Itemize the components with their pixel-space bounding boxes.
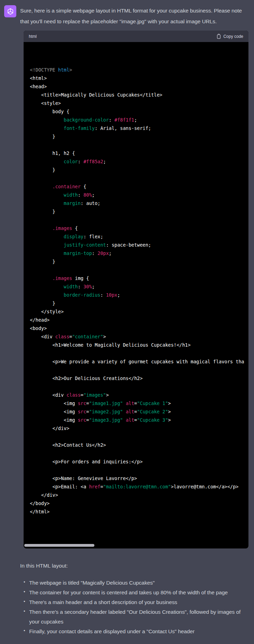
assistant-message: Sure, here is a simple webpage layout in…: [0, 0, 254, 644]
layout-note-item: Finally, your contact details are displa…: [23, 627, 245, 636]
layout-note-item: Then there's a secondary header labeled …: [23, 607, 245, 627]
code-line: <p>We provide a variety of gourmet cupca…: [30, 357, 248, 366]
intro-paragraph: Sure, here is a simple webpage layout in…: [20, 5, 248, 27]
code-line: font-family: Arial, sans-serif;: [30, 124, 248, 132]
code-line: .images {: [30, 224, 248, 232]
code-line: </body>: [30, 499, 248, 507]
code-line: .container {: [30, 182, 248, 191]
code-line: [30, 174, 248, 182]
code-line: background-color: #f8f1f1;: [30, 116, 248, 124]
code-line: [30, 382, 248, 391]
code-line: <body>: [30, 324, 248, 332]
code-line: color: #ff85a2;: [30, 157, 248, 166]
code-line: justify-content: space-between;: [30, 241, 248, 249]
copy-code-button[interactable]: Copy code: [217, 34, 243, 39]
code-line: h1, h2 {: [30, 149, 248, 157]
code-line: <img src="image3.jpg" alt="Cupcake 3">: [30, 416, 248, 424]
code-line: <style>: [30, 99, 248, 107]
code-line: <p>For orders and inquiries:</p>: [30, 457, 248, 466]
code-line: [30, 449, 248, 457]
code-line: <div class="images">: [30, 391, 248, 399]
layout-notes-heading: In this HTML layout:: [20, 561, 248, 571]
code-line: .images img {: [30, 274, 248, 282]
code-line: width: 30%;: [30, 282, 248, 291]
code-line: margin: auto;: [30, 199, 248, 207]
code-line: <img src="image1.jpg" alt="Cupcake 1">: [30, 399, 248, 407]
code-line: </style>: [30, 307, 248, 316]
code-line: [30, 141, 248, 149]
clipboard-icon: [217, 34, 221, 39]
code-line: <h2>Contact Us</h2>: [30, 441, 248, 449]
code-line: margin-top: 20px;: [30, 249, 248, 257]
code-block: html Copy code <!DOCTYPE html><html><hea…: [24, 31, 248, 548]
code-lines: <!DOCTYPE html><html><head> <title>Magic…: [30, 66, 248, 516]
assistant-avatar: [4, 5, 16, 17]
code-line: body {: [30, 107, 248, 116]
code-line: [30, 466, 248, 474]
scrollbar-thumb[interactable]: [24, 544, 94, 547]
code-line: [30, 366, 248, 374]
code-line: <p>Name: Genevieve Lavorre</p>: [30, 474, 248, 482]
code-line: }: [30, 132, 248, 141]
code-line: [30, 266, 248, 274]
code-line: </head>: [30, 316, 248, 324]
openai-logo-icon: [7, 8, 14, 15]
layout-note-item: There's a main header and a short descri…: [23, 597, 245, 607]
code-line: [30, 432, 248, 441]
code-line: </html>: [30, 507, 248, 516]
code-line: }: [30, 299, 248, 307]
layout-note-item: The container for your content is center…: [23, 588, 245, 597]
layout-note-item: The webpage is titled "Magically Delicio…: [23, 578, 245, 588]
chat-page: { "message": { "intro": "Sure, here is a…: [0, 0, 254, 644]
code-line: <!DOCTYPE html>: [30, 66, 248, 74]
horizontal-scrollbar[interactable]: [24, 544, 248, 547]
code-line: <html>: [30, 74, 248, 82]
code-content[interactable]: <!DOCTYPE html><html><head> <title>Magic…: [24, 42, 248, 548]
code-line: display: flex;: [30, 232, 248, 241]
code-line: border-radius: 10px;: [30, 291, 248, 299]
code-line: [30, 216, 248, 224]
code-language-label: html: [29, 34, 37, 39]
copy-code-label: Copy code: [223, 34, 243, 39]
code-line: </div>: [30, 424, 248, 432]
code-line: <h2>Our Delicious Creations</h2>: [30, 374, 248, 382]
code-line: <div class="container">: [30, 332, 248, 341]
code-line: }: [30, 166, 248, 174]
code-line: <h1>Welcome to Magically Delicious Cupca…: [30, 341, 248, 349]
layout-notes-list: The webpage is titled "Magically Delicio…: [23, 578, 245, 636]
code-block-header: html Copy code: [24, 31, 248, 42]
code-line: <img src="image2.jpg" alt="Cupcake 2">: [30, 407, 248, 416]
code-line: }: [30, 207, 248, 216]
code-line: }: [30, 257, 248, 266]
code-line: <p>Email: <a href="mailto:lavorre@tmn.co…: [30, 482, 248, 491]
code-line: [30, 349, 248, 357]
code-line: <head>: [30, 82, 248, 91]
code-line: </div>: [30, 491, 248, 499]
code-line: width: 80%;: [30, 191, 248, 199]
code-line: <title>Magically Delicious Cupcakes</tit…: [30, 91, 248, 99]
